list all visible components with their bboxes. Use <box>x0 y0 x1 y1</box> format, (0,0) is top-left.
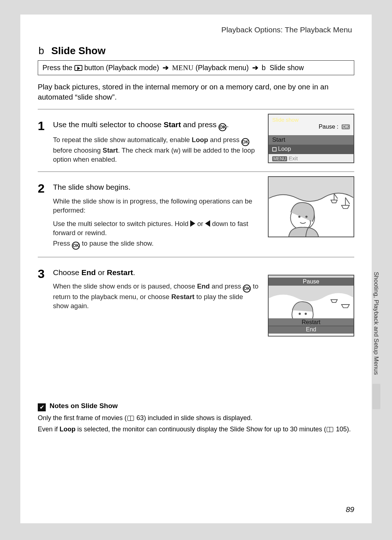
text-bold: Loop <box>60 426 75 433</box>
notes-title: Notes on Slide Show <box>49 402 118 410</box>
text: Only the first frame of movies ( <box>38 414 127 422</box>
ok-icon: OK <box>243 285 251 293</box>
figure-1: Slide show Pause : OK Start Loop MENUExi… <box>268 114 354 163</box>
section-icon-letter: b <box>38 45 44 56</box>
text: Press <box>53 239 72 247</box>
exit-label: Exit <box>289 155 298 161</box>
step-2-detail-c: Press OK to pause the slide show. <box>53 239 260 250</box>
page-ref-icon <box>127 416 134 421</box>
text-bold: End <box>81 268 96 277</box>
nav-playback-menu: (Playback menu) <box>196 64 249 72</box>
text: Use the multi selector to choose <box>53 120 164 129</box>
svg-point-6 <box>299 313 301 315</box>
step-2: 2 The slide show begins. While the slide… <box>38 182 260 249</box>
notes-line-2: Even if Loop is selected, the monitor ca… <box>38 425 354 434</box>
menu-badge-icon: MENU <box>272 156 287 161</box>
arrow-icon: ➔ <box>163 64 169 72</box>
ok-icon: OK <box>241 138 249 146</box>
text: ). <box>347 426 351 433</box>
step-number: 1 <box>38 120 48 164</box>
triangle-right-icon <box>190 220 195 227</box>
step-2-detail-a: While the slide show is in progress, the… <box>53 197 260 215</box>
step-2-row: 2 The slide show begins. While the slide… <box>38 176 354 249</box>
menu-start-option: Start <box>269 135 354 145</box>
menu-word: MENU <box>172 64 193 72</box>
text: . The check mark ( <box>118 146 173 154</box>
check-icon: ✔ <box>38 403 46 411</box>
page-ref-number: 63 <box>136 414 144 422</box>
menu-exit-row: MENUExit <box>269 154 354 162</box>
notes-line-1: Only the first frame of movies ( 63) inc… <box>38 414 354 423</box>
section-title: b Slide Show <box>38 45 354 57</box>
menu-screen: Slide show Pause : OK Start Loop MENUExi… <box>268 114 354 163</box>
side-tab-block <box>372 384 380 409</box>
text: To repeat the slide show automatically, … <box>53 136 192 144</box>
step-2-headline: The slide show begins. <box>53 182 260 192</box>
step-1-row: 1 Use the multi selector to choose Start… <box>38 114 354 164</box>
intro-text: Play back pictures, stored in the intern… <box>38 82 354 102</box>
text: When the slide show ends or is paused, c… <box>53 282 197 290</box>
pause-label: Pause <box>319 124 335 130</box>
text: . <box>133 268 135 277</box>
step-number: 3 <box>38 267 48 311</box>
side-tab: Shooting, Playback and Setup Menus <box>372 269 382 414</box>
figure-2 <box>268 176 354 237</box>
text: Choose <box>53 268 81 277</box>
text: ) included in slide shows is displayed. <box>144 414 252 422</box>
ok-badge-icon: OK <box>342 124 350 129</box>
page-number: 89 <box>346 505 354 514</box>
svg-point-2 <box>298 216 301 218</box>
menu-loop-option: Loop <box>269 145 354 154</box>
text-bold: Restart <box>171 293 195 301</box>
triangle-left-icon <box>205 220 210 227</box>
section-title-text: Slide Show <box>51 45 105 56</box>
text: and press <box>210 282 243 290</box>
text: and press <box>208 136 241 144</box>
step-1-detail: To repeat the slide show automatically, … <box>53 136 260 164</box>
separator <box>38 172 354 172</box>
breadcrumb: Playback Options: The Playback Menu <box>38 25 354 34</box>
notes-title-row: ✔ Notes on Slide Show <box>38 402 354 411</box>
nav-final-text: Slide show <box>270 64 304 72</box>
ok-icon: OK <box>72 242 80 250</box>
nav-press-the: Press the <box>42 64 72 72</box>
step-number: 2 <box>38 182 48 249</box>
text: . <box>226 120 229 129</box>
photo-illustration <box>268 176 354 237</box>
text: and press <box>181 120 219 129</box>
end-bar: End <box>269 326 354 334</box>
svg-point-3 <box>305 216 307 218</box>
pause-bar-top: Pause <box>269 278 354 286</box>
page-ref-icon <box>327 427 333 432</box>
separator <box>38 257 354 257</box>
pause-overlay-figure: Pause Restart End <box>268 275 354 337</box>
text-bold: Start <box>103 146 118 154</box>
text: or <box>96 268 107 277</box>
page-ref-number: 105 <box>336 426 347 433</box>
text: before choosing <box>53 146 103 154</box>
text: Use the multi selector to switch picture… <box>53 220 190 227</box>
text-bold: Loop <box>192 136 208 144</box>
step-3-headline: Choose End or Restart. <box>53 267 260 278</box>
separator <box>38 109 354 109</box>
text-bold: Restart <box>107 268 133 277</box>
playback-icon <box>74 65 82 71</box>
nav-final-icon: b <box>262 64 266 72</box>
ok-icon: OK <box>219 123 226 131</box>
text: to pause the slide show. <box>80 239 154 247</box>
checkmark-letter: w <box>173 146 178 154</box>
side-tab-text: Shooting, Playback and Setup Menus <box>372 269 380 382</box>
nav-path-box: Press the button (Playback mode) ➔ MENU … <box>38 60 354 75</box>
step-3-detail: When the slide show ends or is paused, c… <box>53 282 260 311</box>
manual-page: Playback Options: The Playback Menu b Sl… <box>20 15 372 523</box>
figure-3: Pause Restart End <box>268 262 354 337</box>
text: is selected, the monitor can continuousl… <box>75 426 326 433</box>
arrow-icon: ➔ <box>252 64 258 72</box>
step-1-headline: Use the multi selector to choose Start a… <box>53 120 260 131</box>
text-bold: End <box>197 282 210 290</box>
step-3: 3 Choose End or Restart. When the slide … <box>38 267 260 311</box>
step-3-row: 3 Choose End or Restart. When the slide … <box>38 262 354 337</box>
nav-playback-mode: button (Playback mode) <box>84 64 159 72</box>
step-1: 1 Use the multi selector to choose Start… <box>38 120 260 164</box>
text: or <box>195 220 205 227</box>
